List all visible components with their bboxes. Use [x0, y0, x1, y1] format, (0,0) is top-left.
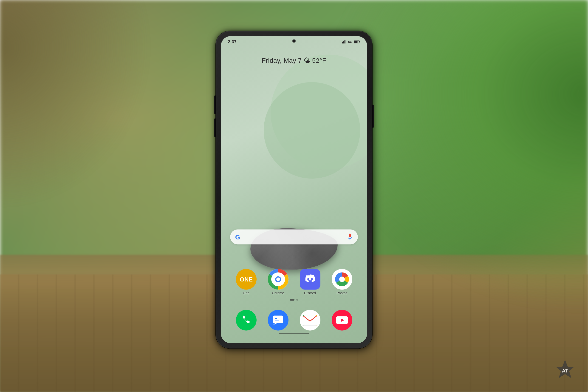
google-mic-icon[interactable]	[346, 234, 353, 240]
volume-buttons	[214, 95, 216, 137]
app-gmail-icon[interactable]	[300, 310, 320, 330]
app-discord-wrapper[interactable]: Discord	[297, 269, 323, 295]
search-bar[interactable]: G G	[230, 229, 358, 244]
svg-rect-6	[354, 40, 358, 42]
status-time: 2:37	[228, 40, 237, 44]
page-dot-1	[290, 299, 294, 300]
app-youtube-icon[interactable]	[332, 310, 352, 330]
phone: 2:37 5G	[216, 31, 372, 348]
status-icons: 5G	[342, 40, 360, 44]
battery-icon	[354, 40, 360, 44]
google-g-icon: G G	[235, 233, 243, 241]
svg-point-20	[311, 278, 313, 280]
app-phone-icon[interactable]	[236, 310, 257, 330]
app-photos-icon[interactable]	[332, 269, 352, 290]
svg-rect-3	[345, 40, 345, 44]
app-chrome-wrapper[interactable]: Chrome	[266, 269, 291, 295]
app-chrome-label: Chrome	[272, 291, 284, 295]
svg-marker-24	[273, 323, 277, 325]
foliage-left	[0, 0, 176, 235]
app-gmail-wrapper[interactable]	[297, 310, 323, 330]
wallpaper	[221, 36, 367, 343]
app-photos-wrapper[interactable]: Photos	[329, 269, 355, 295]
svg-rect-2	[344, 40, 345, 44]
svg-rect-25	[275, 318, 277, 319]
svg-rect-5	[359, 41, 360, 42]
svg-rect-0	[342, 42, 343, 44]
page-dot-2	[296, 299, 298, 300]
phone-screen: 2:37 5G	[221, 36, 367, 343]
svg-rect-23	[273, 316, 283, 323]
svg-point-19	[307, 278, 309, 280]
dock-row	[230, 310, 358, 330]
volume-down-button[interactable]	[214, 118, 216, 137]
signal-icon	[342, 40, 347, 44]
camera-notch	[292, 39, 296, 42]
wallpaper-circle-2	[264, 82, 360, 178]
app-one-label: One	[243, 291, 249, 295]
at-watermark-logo: AT	[551, 358, 579, 385]
dock-indicator	[279, 333, 309, 334]
date-text: Friday, May 7 🌤 52°F	[262, 57, 326, 64]
app-photos-label: Photos	[337, 291, 347, 295]
app-youtube-wrapper[interactable]	[329, 310, 355, 330]
app-messages-icon[interactable]	[268, 310, 288, 330]
svg-point-22	[339, 276, 345, 282]
app-chrome-icon[interactable]	[268, 269, 288, 290]
app-discord-icon[interactable]	[300, 269, 320, 290]
svg-text:AT: AT	[562, 368, 568, 374]
app-messages-wrapper[interactable]	[266, 310, 291, 330]
svg-rect-26	[275, 320, 279, 320]
app-phone-wrapper[interactable]	[234, 310, 259, 330]
page-indicator	[221, 299, 367, 300]
svg-text:ONE: ONE	[240, 276, 252, 283]
app-one-wrapper[interactable]: ONE One	[234, 269, 259, 295]
svg-rect-9	[349, 234, 351, 237]
svg-point-17	[276, 277, 280, 281]
app-row: ONE One	[230, 269, 358, 295]
phone-body: 2:37 5G	[216, 31, 372, 348]
network-type-icon: 5G	[348, 40, 352, 44]
svg-text:G: G	[235, 234, 240, 240]
volume-up-button[interactable]	[214, 95, 216, 114]
app-discord-label: Discord	[304, 291, 316, 295]
power-button[interactable]	[372, 104, 374, 128]
date-weather-widget[interactable]: Friday, May 7 🌤 52°F	[221, 57, 367, 64]
app-one-icon[interactable]: ONE	[236, 269, 257, 290]
svg-rect-1	[343, 41, 344, 44]
